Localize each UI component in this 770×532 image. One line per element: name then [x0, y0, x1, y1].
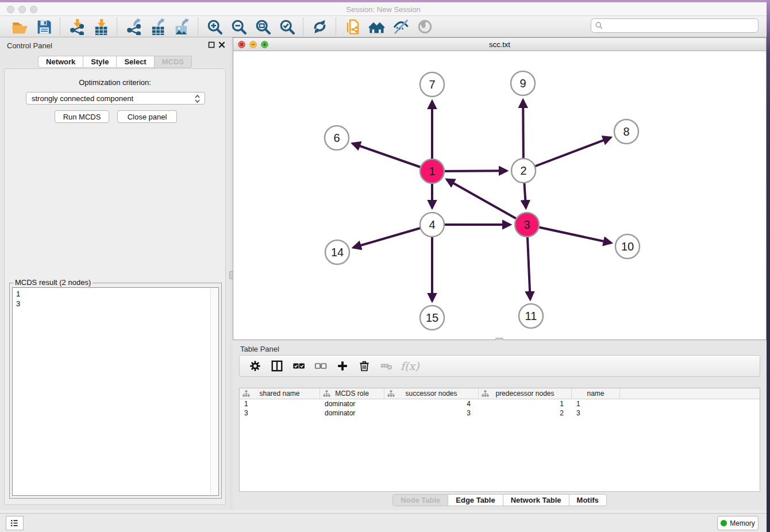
- node-10[interactable]: 10: [615, 234, 640, 259]
- column-header-MCDS-role[interactable]: MCDS role: [320, 388, 384, 399]
- cell-name[interactable]: 3: [572, 408, 620, 418]
- network-window-title: scc.txt: [233, 40, 766, 49]
- node-2[interactable]: 2: [511, 159, 536, 183]
- node-7[interactable]: 7: [420, 72, 444, 97]
- node-8[interactable]: 8: [614, 119, 638, 144]
- open-session-icon: [11, 18, 28, 35]
- zoom-out-icon: [230, 18, 247, 35]
- node-15[interactable]: 15: [420, 306, 444, 330]
- main-toolbar: [0, 16, 767, 37]
- cell-MCDS-role[interactable]: dominator: [320, 408, 384, 418]
- cell-successor-nodes[interactable]: 3: [384, 408, 479, 418]
- control-panel-title: Control Panel: [7, 41, 52, 50]
- import-table-button[interactable]: [90, 17, 111, 36]
- delete-column-button[interactable]: [355, 357, 374, 375]
- add-column-button[interactable]: [333, 357, 352, 375]
- tab-network[interactable]: Network: [38, 56, 83, 68]
- node-14[interactable]: 14: [325, 240, 349, 264]
- settings-gear-button[interactable]: [245, 357, 264, 375]
- tab-mcds[interactable]: MCDS: [155, 56, 192, 68]
- cell-shared-name[interactable]: 1: [240, 399, 320, 408]
- zoom-in-button[interactable]: [204, 17, 225, 36]
- tab-motifs[interactable]: Motifs: [569, 494, 607, 506]
- mcds-tab-content: Optimization criterion: strongly connect…: [4, 68, 226, 505]
- save-session-button[interactable]: [33, 17, 54, 36]
- column-header-name[interactable]: name: [572, 388, 620, 399]
- search-icon: [595, 21, 603, 30]
- column-header-predecessor-nodes[interactable]: predecessor nodes: [479, 388, 572, 399]
- cell-predecessor-nodes[interactable]: 2: [479, 408, 572, 418]
- memory-button[interactable]: Memory: [717, 516, 759, 530]
- edge-3-10[interactable]: [527, 225, 611, 243]
- deselect-all-rows-icon: [314, 360, 327, 372]
- search-input-wrap: [591, 18, 759, 33]
- network-window-titlebar[interactable]: scc.txt: [233, 38, 766, 51]
- deselect-all-rows-button[interactable]: [311, 357, 330, 375]
- control-panel-tabs: NetworkStyleSelectMCDS: [0, 56, 230, 68]
- column-header-successor-nodes[interactable]: successor nodes: [384, 388, 479, 399]
- show-hidden-button[interactable]: [414, 17, 435, 36]
- cell-predecessor-nodes[interactable]: 1: [479, 399, 572, 408]
- optimization-criterion-label: Optimization criterion:: [5, 78, 225, 87]
- node-11[interactable]: 11: [519, 304, 543, 328]
- svg-text:4: 4: [429, 218, 435, 231]
- node-6[interactable]: 6: [325, 126, 349, 150]
- criterion-dropdown[interactable]: strongly connected component: [26, 92, 205, 105]
- import-network-button[interactable]: [66, 17, 87, 36]
- task-history-button[interactable]: [6, 516, 24, 530]
- apply-layout-button[interactable]: [309, 17, 330, 36]
- network-from-selection-button[interactable]: [342, 17, 363, 36]
- node-4[interactable]: 4: [420, 213, 444, 237]
- export-image-button[interactable]: [171, 17, 192, 36]
- tab-network-table[interactable]: Network Table: [503, 494, 569, 506]
- zoom-fit-button[interactable]: [252, 17, 273, 36]
- column-layout-button[interactable]: [267, 357, 286, 375]
- table-panel-title: Table Panel: [240, 345, 279, 353]
- close-panel-icon[interactable]: [218, 41, 225, 48]
- close-panel-button[interactable]: Close panel: [117, 110, 177, 123]
- zoom-selected-button[interactable]: [276, 17, 297, 36]
- cell-shared-name[interactable]: 3: [240, 408, 320, 418]
- delete-table-icon: [380, 360, 392, 372]
- table-row[interactable]: 3dominator323: [240, 408, 760, 418]
- result-scrollbar[interactable]: [210, 288, 218, 495]
- edge-2-8[interactable]: [523, 137, 611, 171]
- export-image-icon: [174, 18, 190, 35]
- export-table-icon: [149, 18, 166, 35]
- edge-3-1[interactable]: [446, 179, 527, 225]
- svg-text:2: 2: [520, 164, 526, 177]
- show-hidden-icon: [417, 18, 433, 35]
- first-neighbors-button[interactable]: [366, 17, 387, 36]
- table-row[interactable]: 1dominator411: [240, 399, 760, 408]
- svg-text:1: 1: [429, 165, 435, 178]
- table-toolbar: f(x): [239, 355, 760, 377]
- search-input[interactable]: [603, 20, 758, 32]
- cell-name[interactable]: 1: [572, 399, 620, 408]
- open-session-button[interactable]: [9, 17, 30, 36]
- app-titlebar: Session: New Session: [0, 2, 767, 16]
- export-table-button[interactable]: [147, 17, 168, 36]
- network-canvas-svg[interactable]: 1234678910111415: [233, 51, 766, 340]
- zoom-out-button[interactable]: [228, 17, 249, 36]
- cell-successor-nodes[interactable]: 4: [384, 399, 479, 408]
- hide-selected-button[interactable]: [390, 17, 411, 36]
- cell-MCDS-role[interactable]: dominator: [320, 399, 384, 408]
- tab-node-table[interactable]: Node Table: [392, 494, 448, 506]
- mcds-result-textarea[interactable]: 1 3: [12, 287, 219, 496]
- dropdown-stepper-icon: [194, 94, 201, 103]
- import-table-icon: [93, 18, 109, 35]
- tab-style[interactable]: Style: [83, 56, 117, 68]
- float-panel-icon[interactable]: [208, 41, 215, 48]
- column-type-icon: [387, 390, 395, 398]
- tab-select[interactable]: Select: [117, 56, 154, 68]
- first-neighbors-icon: [368, 18, 385, 35]
- run-mcds-button[interactable]: Run MCDS: [55, 110, 109, 123]
- tab-edge-table[interactable]: Edge Table: [448, 494, 503, 506]
- select-all-rows-button[interactable]: [289, 357, 308, 375]
- memory-label: Memory: [730, 519, 754, 527]
- export-network-button[interactable]: [123, 17, 144, 36]
- node-9[interactable]: 9: [511, 71, 535, 95]
- column-header-shared-name[interactable]: shared name: [240, 388, 320, 399]
- node-1[interactable]: 1: [420, 159, 444, 183]
- node-3[interactable]: 3: [515, 213, 539, 237]
